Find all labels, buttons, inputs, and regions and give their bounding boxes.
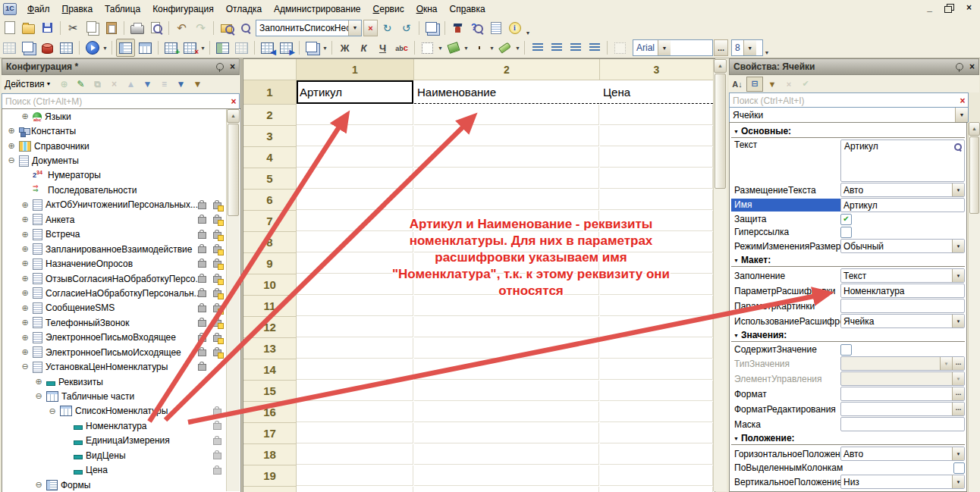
property-checkbox[interactable] — [840, 227, 852, 238]
search-text-combobox[interactable]: ЗаполнитьСписокНеод▼ — [256, 20, 362, 36]
tree-item-встреча[interactable]: ⊕Встреча — [2, 227, 240, 242]
move-down-button[interactable]: ▼ — [140, 77, 155, 91]
print-button[interactable] — [128, 20, 146, 36]
underline-button[interactable]: Ч — [374, 39, 391, 56]
row-header-7[interactable]: 7 — [243, 211, 297, 232]
move-up-button[interactable]: ▲ — [124, 77, 139, 91]
new-document-button[interactable] — [1, 20, 18, 36]
property-combo-field[interactable]: Текст▼ — [840, 268, 965, 283]
cell-r14c1[interactable] — [297, 359, 413, 380]
combo-dropdown-icon[interactable]: ▼ — [952, 447, 964, 460]
sort-button[interactable]: ≡ — [157, 77, 172, 91]
copy-button[interactable] — [83, 20, 101, 36]
combo-dropdown-icon[interactable]: ▼ — [952, 315, 964, 327]
property-input-field[interactable] — [840, 299, 965, 313]
minimize-button[interactable]: _ — [923, 2, 936, 14]
restore-button[interactable] — [943, 2, 956, 14]
clear-search-icon[interactable]: × — [228, 96, 239, 107]
cell-r16c3[interactable] — [600, 402, 713, 422]
combo-dropdown-icon[interactable]: ▼ — [952, 240, 964, 252]
syntax-helper-button[interactable] — [487, 20, 504, 36]
expand-icon[interactable]: ⊕ — [20, 243, 30, 254]
menu-item-6[interactable]: Администрирование — [268, 2, 366, 17]
tree-item-согласиенаобработкуперсональн[interactable]: ⊕СогласиеНаОбработкуПерсональн... — [2, 286, 240, 300]
properties-object-selector[interactable]: Ячейки ▼ — [729, 107, 969, 123]
cell-r6c3[interactable] — [600, 190, 713, 210]
tree-item-актобуничтоженииперсональных[interactable]: ⊕АктОбУничтоженииПерсональных... — [2, 198, 240, 212]
cell-r9c1[interactable] — [297, 253, 413, 274]
tree-item-единицаизмерения[interactable]: ЕдиницаИзмерения — [2, 434, 240, 448]
apply-edit-button[interactable]: ✔ — [798, 77, 813, 91]
cell-r13c2[interactable] — [414, 338, 599, 359]
search-combo-dropdown-icon[interactable]: ▼ — [348, 20, 361, 36]
cell-names-button[interactable] — [303, 39, 321, 56]
table-view-button[interactable] — [58, 39, 75, 56]
tree-scrollbar-thumb[interactable] — [228, 124, 239, 216]
cell-r2c1[interactable] — [297, 105, 413, 125]
cell-r1c2[interactable]: Наименование — [414, 80, 599, 104]
search-combo-clear-icon[interactable]: × — [363, 20, 378, 36]
dropdown-arrow-icon[interactable]: ▼ — [514, 39, 521, 56]
bold-button[interactable]: Ж — [336, 39, 353, 56]
sections-top-button[interactable] — [137, 39, 154, 56]
cell-r17c1[interactable] — [297, 423, 413, 443]
group-by-category-button[interactable]: ⊟ — [746, 77, 763, 92]
cell-r15c1[interactable] — [297, 381, 413, 401]
tree-item-константы[interactable]: ⊕Константы — [2, 124, 240, 138]
tree-item-языки[interactable]: ⊕Языки — [2, 109, 240, 124]
property-combo-field[interactable]: Низ▼ — [840, 475, 965, 489]
expand-icon[interactable]: ⊕ — [20, 302, 30, 313]
cell-r14c3[interactable] — [600, 359, 713, 380]
properties-scrollbar[interactable]: ▲ — [968, 122, 980, 492]
cell-r2c3[interactable] — [600, 105, 713, 125]
dropdown-arrow-icon[interactable]: ▼ — [322, 39, 328, 56]
cell-r3c1[interactable] — [297, 126, 413, 146]
property-combo-field[interactable]: ▼ — [840, 371, 965, 386]
align-right-button[interactable] — [567, 39, 584, 56]
cell-r14c2[interactable] — [414, 359, 599, 380]
close-button[interactable]: × — [963, 2, 975, 14]
expand-icon[interactable]: ⊕ — [20, 199, 30, 210]
menu-item-8[interactable]: Окна — [410, 2, 444, 17]
merge-cells-button[interactable] — [214, 39, 231, 56]
properties-search[interactable]: Поиск (Ctrl+Alt+I) × — [729, 92, 969, 108]
selector-dropdown-icon[interactable]: ▼ — [955, 108, 968, 122]
row-header-8[interactable]: 8 — [243, 232, 297, 253]
find-previous-button[interactable]: ↺ — [397, 20, 415, 36]
info-button[interactable]: i — [506, 20, 523, 36]
cell-r19c2[interactable] — [414, 465, 599, 486]
borders-button[interactable] — [419, 39, 436, 56]
group-collapse-icon[interactable]: ▼ — [733, 258, 739, 263]
tree-item-назначениеопросов[interactable]: ⊕НазначениеОпросов — [2, 256, 240, 271]
property-combo-field[interactable]: Авто▼ — [840, 447, 965, 461]
cell-r5c1[interactable] — [297, 168, 413, 189]
configuration-search[interactable]: Поиск (Ctrl+Alt+M) × — [2, 93, 240, 109]
tree-item-электронноеписьмовходящее[interactable]: ⊕ЭлектронноеПисьмоВходящее — [2, 331, 240, 345]
remove-section-button[interactable]: × — [181, 39, 199, 56]
combo-dropdown-icon[interactable]: ▼ — [952, 372, 964, 385]
column-header-1[interactable]: 1 — [297, 59, 414, 80]
cell-r9c2[interactable] — [414, 253, 599, 274]
cell-r10c1[interactable] — [297, 274, 413, 295]
move-section-left-button[interactable]: ◀ — [259, 39, 276, 56]
cell-r5c2[interactable] — [414, 168, 599, 189]
input-dots-button[interactable]: ... — [952, 403, 964, 415]
expand-icon[interactable]: ⊕ — [20, 214, 30, 224]
database-button[interactable] — [39, 39, 56, 56]
tree-item-телефонныйзвонок[interactable]: ⊕ТелефонныйЗвонок — [2, 315, 240, 330]
row-header-18[interactable]: 18 — [243, 444, 297, 465]
cell-r4c2[interactable] — [414, 147, 599, 168]
font-size-dropdown-icon[interactable]: ▼ — [743, 40, 756, 55]
cell-r13c1[interactable] — [297, 338, 413, 359]
filter-settings-button[interactable]: ▼ — [190, 77, 206, 91]
save-button[interactable] — [39, 20, 56, 36]
align-center-button[interactable] — [548, 39, 565, 56]
cell-r8c3[interactable] — [600, 232, 713, 252]
help-search-button[interactable]: ? — [468, 20, 485, 36]
cell-r11c1[interactable] — [297, 296, 413, 316]
properties-scrollbar-thumb[interactable] — [969, 136, 979, 214]
expand-icon[interactable]: ⊕ — [20, 258, 30, 268]
cell-r9c3[interactable] — [600, 253, 713, 274]
filter-button[interactable]: ▼ — [174, 77, 189, 91]
cell-r13c3[interactable] — [600, 338, 713, 359]
